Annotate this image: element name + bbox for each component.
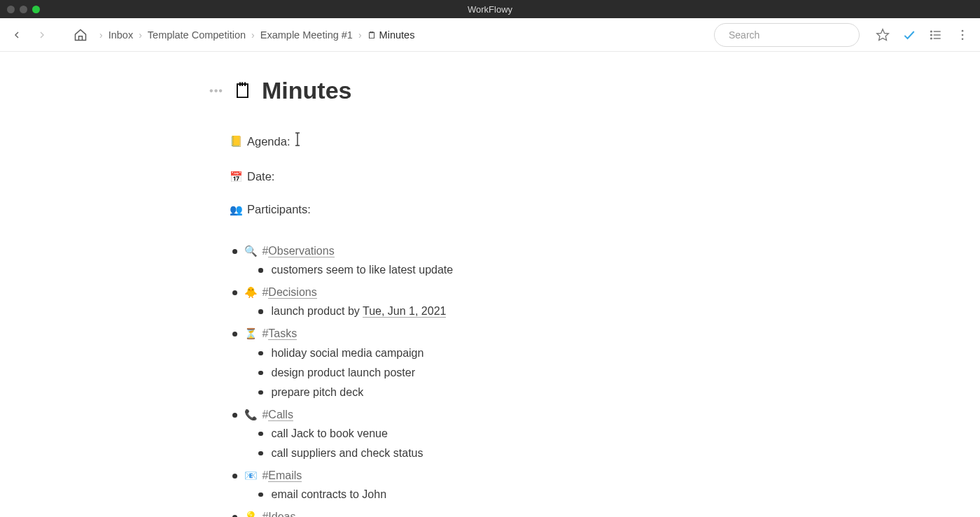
calendar-icon: 📅 [230,171,243,183]
people-icon: 👥 [230,204,243,216]
list-item-text: email contracts to John [272,485,387,504]
list-item[interactable]: customers seem to like latest update [258,260,781,280]
outline-section[interactable]: 💡 #Ideas [232,507,781,517]
list-item[interactable]: holiday social media campaign [258,344,781,363]
list-item-text: call suppliers and check status [272,444,424,463]
section-emoji-icon: 🔍 [244,245,258,257]
row-menu-button[interactable]: ••• [207,85,225,97]
bullet-icon [258,309,263,314]
favorite-button[interactable] [872,24,893,45]
date-label: Date: [247,170,274,183]
nav-back-button[interactable] [7,25,27,45]
minimize-window-button[interactable] [20,6,27,13]
list-item[interactable]: launch product by Tue, Jun 1, 2021 [258,302,781,321]
notepad-icon: 🗒 [232,79,253,103]
participants-label: Participants: [247,203,311,216]
outline-list: 🔍 #Observationscustomers seem to like la… [232,241,781,517]
section-emoji-icon: ⏳ [244,327,258,339]
home-button[interactable] [70,24,91,45]
breadcrumb-current-label: Minutes [379,29,415,41]
section-tag[interactable]: Calls [268,409,293,421]
bullet-icon [258,371,263,376]
complete-toggle-button[interactable] [899,24,920,45]
agenda-field[interactable]: 📒 Agenda: [230,132,781,150]
chevron-icon: › [251,29,255,41]
bullet-icon [258,493,263,497]
svg-point-9 [962,29,964,31]
more-menu-button[interactable] [952,24,973,45]
list-item-text: call Jack to book venue [272,424,388,444]
participants-field[interactable]: 👥 Participants: [230,203,781,216]
section-tag[interactable]: Observations [268,245,334,257]
section-tag[interactable]: Decisions [268,286,316,299]
bullet-icon [232,413,237,418]
section-tag[interactable]: Ideas [268,511,295,517]
outline-section[interactable]: 📞 #Calls [232,405,781,424]
agenda-label: Agenda: [247,135,290,148]
section-children: holiday social media campaigndesign prod… [258,344,781,402]
section-children: email contracts to John [258,485,781,504]
star-icon [876,28,890,42]
check-icon [902,28,916,42]
date-reference[interactable]: Tue, Jun 1, 2021 [363,305,447,318]
list-item-text: prepare pitch deck [272,383,364,402]
breadcrumb-inbox[interactable]: Inbox [106,28,136,42]
window-controls [0,6,40,13]
app-title: WorkFlowy [468,4,512,15]
section-tag[interactable]: Emails [268,469,302,482]
outline-section[interactable]: ⏳ #Tasks [232,324,781,343]
section-children: launch product by Tue, Jun 1, 2021 [258,302,781,321]
bullet-icon [258,268,263,273]
nav-forward-button[interactable] [32,25,52,45]
bullet-icon [232,249,237,254]
breadcrumb-current[interactable]: 🗒Minutes [365,28,418,42]
breadcrumb-template-competition[interactable]: Template Competition [145,28,248,42]
toolbar: › Inbox › Template Competition › Example… [0,18,980,52]
list-item[interactable]: design product launch poster [258,363,781,383]
search-box[interactable] [714,23,860,47]
bullet-icon [258,451,263,456]
svg-marker-2 [877,29,889,40]
document-area: ••• 🗒 Minutes 📒 Agenda: 📅 Date: 👥 Partic… [0,52,980,517]
text-cursor [294,132,301,150]
list-view-button[interactable] [925,24,946,45]
breadcrumb-example-meeting[interactable]: Example Meeting #1 [258,28,356,42]
list-item[interactable]: call Jack to book venue [258,424,781,444]
notebook-icon: 📒 [230,135,243,148]
close-window-button[interactable] [7,6,15,13]
page-title-row[interactable]: ••• 🗒 Minutes [207,77,781,104]
section-emoji-icon: 🐥 [244,286,258,298]
search-input[interactable] [729,29,851,41]
section-emoji-icon: 💡 [244,511,258,517]
outline-section[interactable]: 📧 #Emails [232,466,781,485]
chevron-right-icon [36,29,48,41]
section-children: call Jack to book venuecall suppliers an… [258,424,781,463]
list-item[interactable]: prepare pitch deck [258,383,781,402]
chevron-icon: › [358,29,362,41]
bullet-icon [258,351,263,356]
bullet-icon [232,332,237,337]
section-tag[interactable]: Tasks [268,327,297,340]
list-item-text: launch product by Tue, Jun 1, 2021 [272,302,447,321]
svg-point-11 [962,38,964,40]
bullet-icon [232,290,237,295]
section-emoji-icon: 📧 [244,469,258,481]
section-children: customers seem to like latest update [258,260,781,280]
breadcrumbs: › Inbox › Template Competition › Example… [99,28,708,42]
svg-point-8 [931,38,932,39]
list-item[interactable]: email contracts to John [258,485,781,504]
titlebar: WorkFlowy [0,0,980,18]
outline-section[interactable]: 🔍 #Observations [232,241,781,260]
maximize-window-button[interactable] [32,6,40,13]
page-title: Minutes [262,77,351,104]
list-item-text: holiday social media campaign [272,344,424,363]
chevron-icon: › [139,29,142,41]
svg-point-7 [931,34,932,36]
chevron-icon: › [99,29,103,41]
outline-section[interactable]: 🐥 #Decisions [232,283,781,302]
date-field[interactable]: 📅 Date: [230,170,781,183]
svg-point-6 [931,31,932,32]
kebab-icon [955,28,969,42]
list-item[interactable]: call suppliers and check status [258,444,781,463]
list-icon [929,28,943,42]
